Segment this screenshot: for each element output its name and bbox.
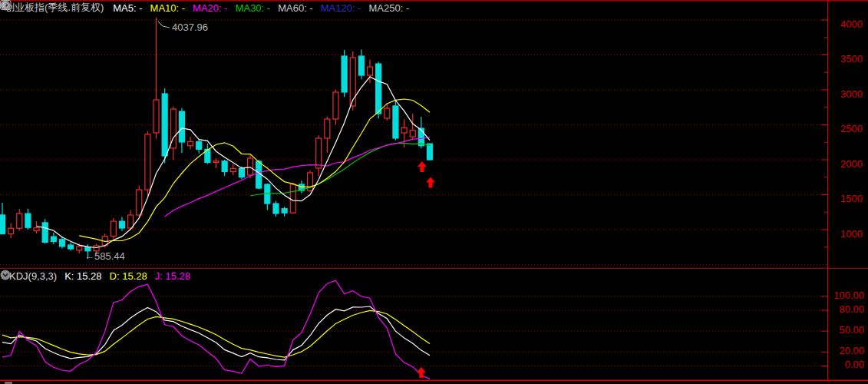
kdj-axis-label: 100.00 [833,290,864,301]
ma-legend-item: MA60: - [278,2,313,14]
split-panel-icon[interactable] [0,0,12,10]
stock-chart-window: 4000350030002500200015001000100.0080.005… [0,0,868,384]
high-annotation-pointer [158,22,170,28]
y-axis-label: 3500 [840,53,863,65]
candle-body[interactable] [316,138,322,168]
kdj-axis-label: 0.00 [845,359,864,370]
candle-body[interactable] [376,64,381,114]
candle-body[interactable] [418,128,424,146]
candle-body[interactable] [77,247,82,250]
candle-body[interactable] [0,215,5,234]
y-axis-label: 4000 [840,18,863,30]
candle-body[interactable] [162,94,167,156]
candle-body[interactable] [410,131,415,137]
ma-legend-item: MA20: - [193,2,228,14]
buy-signal-arrow[interactable] [426,177,435,187]
y-axis-label: 1000 [840,228,863,240]
ma-legend-item: MA10: - [150,2,186,14]
candle-body[interactable] [59,240,64,247]
candle-body[interactable] [401,127,407,133]
ma-legend-item: MA250: - [368,2,409,14]
high-annotation-label: 4037.96 [172,22,208,33]
candle-body[interactable] [256,161,262,188]
candle-body[interactable] [145,134,150,190]
y-axis-label: 2000 [840,158,863,170]
candle-body[interactable] [325,119,330,138]
kdj-header: KDJ(9,3,3) K: 15.28D: 15.28J: 15.28 [0,270,868,283]
candle-body[interactable] [358,56,364,75]
ma-legend-item: MA30: - [236,2,271,14]
ma-legend-item: MA120: - [321,2,361,14]
candle-body[interactable] [342,56,347,92]
low-annotation-label: ←585.44 [84,250,125,262]
kdj-axis-label: 20.00 [839,345,864,356]
candle-body[interactable] [188,141,193,145]
kdj-legend: K: 15.28D: 15.28J: 15.28 [64,270,198,282]
kdj-legend-item: D: 15.28 [110,270,147,282]
y-axis-label: 1500 [840,193,863,204]
candle-body[interactable] [239,168,244,177]
ma-line-ma5 [37,77,430,248]
candle-body[interactable] [179,111,184,142]
kdj-j-line [2,280,430,379]
kdj-d-line [2,310,430,357]
chart-canvas[interactable]: 4000350030002500200015001000100.0080.005… [0,0,868,384]
candle-body[interactable] [393,106,398,138]
candle-body[interactable] [427,144,433,160]
kdj-title: KDJ(9,3,3) [9,270,57,282]
y-axis-label: 3000 [840,88,863,100]
candle-body[interactable] [333,92,338,119]
candle-body[interactable] [8,228,14,233]
candle-body[interactable] [230,168,236,171]
y-axis-label: 2500 [840,123,863,134]
candle-body[interactable] [290,184,295,213]
candle-body[interactable] [196,141,202,149]
candle-body[interactable] [153,100,159,133]
candle-body[interactable] [213,161,219,163]
candle-body[interactable] [34,228,39,231]
ma-legend-item: MA5: - [113,2,142,14]
kdj-axis-label: 80.00 [839,303,864,315]
chevron-down-circle-icon [0,270,11,280]
candle-body[interactable] [222,161,227,172]
buy-signal-arrow[interactable] [417,161,427,172]
kdj-legend-item: K: 15.28 [64,270,101,282]
candle-body[interactable] [248,158,253,175]
candle-body[interactable] [368,67,373,75]
candle-body[interactable] [384,108,390,118]
candle-body[interactable] [350,58,355,106]
chart-title: 创业板指(季线.前复权) [5,1,104,15]
candle-body[interactable] [42,223,48,242]
ma-legend: MA5: -MA10: -MA20: -MA30: -MA60: -MA120:… [113,2,417,14]
main-chart-header: 创业板指(季线.前复权) MA5: -MA10: -MA20: -MA30: -… [0,0,868,15]
candle-body[interactable] [282,209,287,213]
candle-body[interactable] [137,190,142,215]
candle-body[interactable] [51,237,56,241]
kdj-legend-item: J: 15.28 [155,270,190,282]
candle-body[interactable] [273,204,279,214]
kdj-axis-label: 50.00 [839,324,864,336]
candle-body[interactable] [119,221,124,228]
candle-body[interactable] [111,221,116,237]
candle-body[interactable] [68,245,74,249]
candle-body[interactable] [25,214,31,227]
candle-body[interactable] [17,214,22,228]
